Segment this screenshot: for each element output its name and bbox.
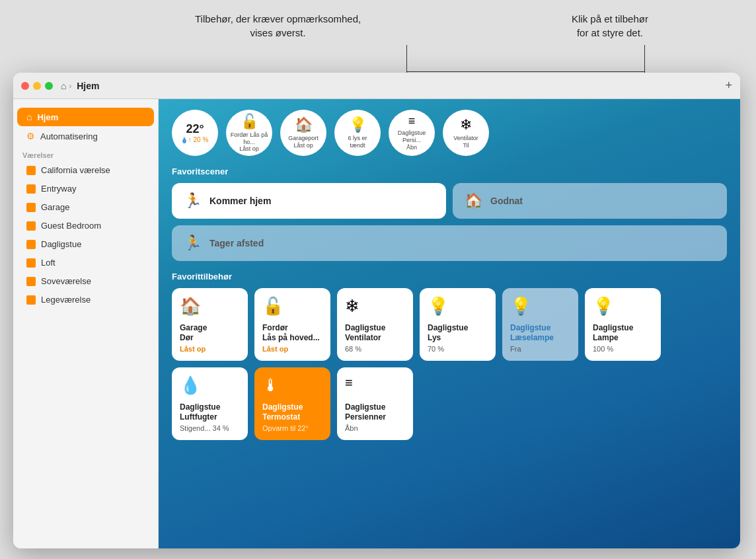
light-bulb-icon: 💡 (428, 296, 488, 317)
room-icon (26, 240, 36, 249)
annotation-line-left (406, 45, 407, 73)
sidebar-item-label: Soveværelse (41, 276, 91, 286)
favorites-section-title: Favorittilbehør (172, 272, 727, 281)
rooms-section-label: Værelser (13, 146, 158, 161)
fav-status: Opvarm til 22° (262, 424, 322, 432)
sidebar-item-label: California værelse (41, 165, 110, 175)
sidebar-item-hjem[interactable]: ⌂ Hjem (17, 108, 154, 126)
status-bubble-garage[interactable]: 🏠 GarageportLåst op (280, 110, 326, 156)
scenes-section-title: Favoritscener (172, 167, 727, 176)
sidebar-item-sovevarelse[interactable]: Soveværelse (17, 272, 154, 290)
sidebar-item-label: Entryway (41, 184, 76, 194)
fav-card-fordor-las[interactable]: 🔓 FordørLås på hoved... Låst op (254, 288, 330, 361)
room-icon (26, 277, 36, 286)
minimize-button[interactable] (33, 82, 41, 90)
sidebar-item-label: Dagligstue (41, 239, 81, 249)
traffic-lights (21, 82, 53, 90)
fav-name: DagligstueLys (428, 323, 488, 344)
status-bubble-ventilator[interactable]: ❄ VentilatorTil (443, 110, 489, 156)
favorites-grid: 🏠 GarageDør Låst op 🔓 FordørLås på hoved… (172, 288, 727, 440)
scene-card-tager-afsted[interactable]: 🏃 Tager afsted (172, 225, 727, 261)
annotation-left: Tilbehør, der kræver opmærksomhed,vises … (195, 12, 361, 40)
room-icon (26, 166, 36, 175)
status-bubble-lights[interactable]: 💡 6 lys ertændt (334, 110, 381, 156)
fav-status: 68 % (345, 345, 405, 353)
fav-status: Stigend... 34 % (180, 424, 240, 432)
home-icon[interactable]: ⌂ (61, 81, 66, 91)
fav-card-lampe[interactable]: 💡 DagligstueLampe 100 % (585, 288, 661, 361)
annotation-right: Klik på et tilbehørfor at styre det. (572, 12, 648, 40)
sidebar-item-guest-bedroom[interactable]: Guest Bedroom (17, 217, 154, 235)
fav-card-garage-dor[interactable]: 🏠 GarageDør Låst op (172, 288, 248, 361)
fav-name: DagligstueLæselampe (510, 323, 570, 344)
fav-name: DagligstueTermostat (262, 402, 322, 423)
moon-icon: 🏠 (465, 192, 482, 209)
light-icon: 💡 (349, 116, 367, 133)
fav-status: Låst op (180, 345, 240, 353)
fav-card-lys[interactable]: 💡 DagligstueLys 70 % (420, 288, 496, 361)
room-icon (26, 258, 36, 268)
sidebar-item-label: Hjem (37, 112, 58, 122)
water-icon (182, 137, 187, 143)
sidebar-item-automatisering[interactable]: ⚙ Automatisering (17, 127, 154, 145)
home-person-icon: 🏃 (184, 192, 202, 209)
fav-card-termostat[interactable]: 🌡 DagligstueTermostat Opvarm til 22° (254, 367, 330, 440)
scene-card-godnat[interactable]: 🏠 Godnat (453, 183, 727, 219)
blinds-icon: ≡ (345, 375, 405, 391)
thermostat-icon: 🌡 (262, 375, 322, 396)
sidebar-item-california[interactable]: California værelse (17, 161, 154, 179)
scene-label: Godnat (490, 196, 523, 206)
titlebar: ⌂ › Hjem + (13, 73, 740, 99)
scene-card-kommer-hjem[interactable]: 🏃 Kommer hjem (172, 183, 446, 219)
fav-status: 100 % (593, 345, 653, 353)
room-icon (26, 203, 36, 212)
maximize-button[interactable] (45, 82, 53, 90)
fan-icon: ❄ (345, 296, 405, 317)
titlebar-nav: ⌂ › (61, 81, 71, 91)
fav-status: Åbn (345, 424, 405, 432)
sidebar-item-label: Automatisering (40, 131, 98, 141)
bubble-label: 6 lys ertændt (345, 135, 369, 149)
fav-name: GarageDør (180, 323, 240, 344)
temperature-widget[interactable]: 22° ↑ 20 % (172, 110, 218, 156)
room-icon (26, 184, 36, 194)
add-button[interactable]: + (725, 79, 732, 93)
sidebar-item-legevarelse[interactable]: Legeværelse (17, 291, 154, 309)
status-bubble-persienner[interactable]: ≡ Dagligstue Persi...Åbn (389, 110, 435, 156)
content-area: ⌂ Hjem ⚙ Automatisering Værelser Califor… (13, 99, 740, 548)
status-bubble-fordor[interactable]: 🔓 Fordør Lås på ho...Låst op (226, 110, 272, 156)
blinds-icon: ≡ (408, 114, 416, 128)
bubble-label: Dagligstue Persi...Åbn (389, 130, 435, 151)
fav-name: DagligstuePersienner (345, 402, 405, 423)
sidebar-item-label: Loft (41, 258, 56, 268)
fav-status: Låst op (262, 345, 322, 353)
fav-card-ventilator[interactable]: ❄ DagligstueVentilator 68 % (337, 288, 413, 361)
home-icon: ⌂ (26, 112, 32, 122)
room-icon (26, 295, 36, 305)
fav-card-luftfugter[interactable]: 💧 DagligstueLuftfugter Stigend... 34 % (172, 367, 248, 440)
annotation-hline-right (539, 71, 644, 72)
sidebar-item-loft[interactable]: Loft (17, 254, 154, 272)
fav-status: 70 % (428, 345, 488, 353)
garage-door-icon: 🏠 (180, 296, 240, 317)
fav-name: FordørLås på hoved... (262, 323, 322, 344)
sidebar-item-dagligstue[interactable]: Dagligstue (17, 235, 154, 253)
bubble-label: VentilatorTil (451, 135, 481, 149)
chevron-icon: › (69, 82, 71, 90)
annotation-line-right (644, 45, 645, 73)
fav-status: Fra (510, 345, 570, 353)
fav-name: DagligstueLampe (593, 323, 653, 344)
leave-icon: 🏃 (184, 235, 202, 252)
sidebar-item-entryway[interactable]: Entryway (17, 180, 154, 198)
fav-card-persienner[interactable]: ≡ DagligstuePersienner Åbn (337, 367, 413, 440)
sidebar-item-label: Garage (41, 202, 69, 212)
fav-name: DagligstueVentilator (345, 323, 405, 344)
automation-icon: ⚙ (26, 131, 35, 141)
close-button[interactable] (21, 82, 29, 90)
scenes-grid: 🏃 Kommer hjem 🏠 Godnat 🏃 Tager afsted (172, 183, 727, 261)
lock-open-icon: 🔓 (241, 113, 258, 130)
desk-lamp-icon: 💡 (510, 296, 570, 317)
scene-label: Tager afsted (209, 238, 264, 248)
sidebar-item-garage[interactable]: Garage (17, 198, 154, 216)
fav-card-laeselampe[interactable]: 💡 DagligstueLæselampe Fra (502, 288, 578, 361)
